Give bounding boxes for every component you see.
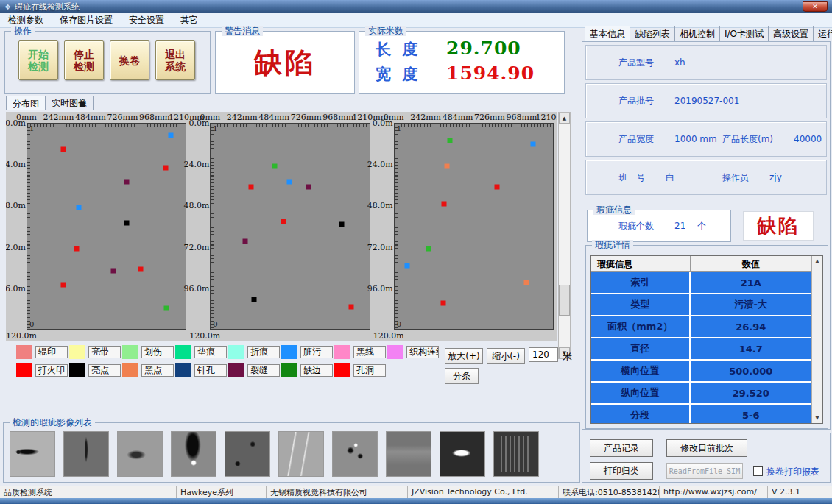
legend-swatch xyxy=(387,345,403,359)
data-point xyxy=(138,266,143,271)
table-row[interactable]: 类型污渍-大 xyxy=(591,294,811,315)
scrollbar-thumb[interactable] xyxy=(559,285,570,316)
print-class-button[interactable]: 打印归类 xyxy=(590,462,653,480)
tab-缺陷列表[interactable]: 缺陷列表 xyxy=(630,26,675,42)
legend-swatch xyxy=(122,345,138,359)
x-tick-label: 726mm xyxy=(291,113,322,122)
defect-field-name: 索引 xyxy=(591,272,691,293)
table-row[interactable]: 分段5-6 xyxy=(591,405,811,423)
defect-detail-table: 瑕疵信息 数值 索引21A类型污渍-大面积（mm2）26.94直径14.7横向位… xyxy=(590,255,823,424)
legend-item: 织构连线 xyxy=(387,345,440,359)
field-value: 20190527-001 xyxy=(674,96,739,106)
meters-input[interactable] xyxy=(529,347,558,362)
table-scroll-up-icon[interactable]: ▲ xyxy=(815,256,819,266)
legend-label: 打火印 xyxy=(35,364,68,377)
defect-thumbnail[interactable] xyxy=(63,431,109,477)
tab-高级设置[interactable]: 高级设置 xyxy=(769,26,814,42)
menu-item[interactable]: 其它 xyxy=(172,13,206,27)
defect-field-value: 5-6 xyxy=(691,405,811,423)
status-segment: V 2.3.1 xyxy=(768,486,832,498)
product-info-cell: 产品批号20190527-001 xyxy=(618,95,826,107)
defect-thumbnail[interactable] xyxy=(278,431,324,477)
op-button-label: 系统 xyxy=(165,60,186,72)
legend-item: 打火印 xyxy=(16,363,69,377)
scatter-plot-2[interactable]: 10 xyxy=(210,123,370,330)
defect-thumbnail[interactable] xyxy=(225,431,270,477)
scatter-plot-1[interactable]: 10 xyxy=(27,123,186,330)
plots-scrollbar[interactable]: ▲ ▼ xyxy=(558,112,571,359)
plot-panel-1: 0mm242mm484mm726mm968mm1210mm0.0m24.0m48… xyxy=(6,112,189,341)
legend-item: 辊印 xyxy=(16,345,69,359)
legend-swatch xyxy=(69,363,85,377)
product-info-cell: 产品宽度1000 mm xyxy=(618,133,722,146)
modify-batch-button[interactable]: 修改目前批次 xyxy=(666,439,747,457)
op-button-label: 停止 xyxy=(74,49,94,60)
status-segment: Hawkeye系列 xyxy=(177,486,267,498)
defect-thumbnail[interactable] xyxy=(117,431,163,477)
legend-swatch xyxy=(175,363,191,377)
defect-field-name: 横向位置 xyxy=(591,361,691,381)
close-button[interactable]: ✕ xyxy=(803,1,828,12)
defect-thumbnail[interactable] xyxy=(10,431,55,477)
y-tick-label: 0.0m xyxy=(188,118,209,128)
defect-thumbnail[interactable] xyxy=(386,431,431,477)
menu-item[interactable]: 保存图片设置 xyxy=(52,13,121,27)
data-point xyxy=(61,282,66,287)
defect-count-label: 瑕疵个数 xyxy=(618,220,654,233)
data-point xyxy=(243,239,248,244)
defect-thumbnail[interactable] xyxy=(332,431,378,477)
read-from-file-button[interactable]: ReadFromFile-SIM xyxy=(666,463,743,479)
op-button-change-roll[interactable]: 换卷 xyxy=(110,40,149,80)
zoom-in-button[interactable]: 放大(+) xyxy=(445,348,483,364)
defect-thumbnail[interactable] xyxy=(171,431,216,477)
tab-分布图[interactable]: 分布图 xyxy=(6,96,46,110)
table-row[interactable]: 横向位置500.000 xyxy=(591,361,811,381)
plots-row: 0mm242mm484mm726mm968mm1210mm0.0m24.0m48… xyxy=(6,112,557,341)
data-point xyxy=(286,180,292,185)
op-button-stop[interactable]: 停止检测 xyxy=(64,40,104,80)
legend-label: 黑点 xyxy=(141,364,174,377)
menu-item[interactable]: 安全设置 xyxy=(121,13,172,27)
table-row[interactable]: 索引21A xyxy=(591,272,811,293)
tab-相机控制[interactable]: 相机控制 xyxy=(675,26,720,42)
legend-label: 缺边 xyxy=(300,364,333,377)
scrollbar-track[interactable] xyxy=(559,124,570,347)
right-panel: 产品型号xh产品批号20190527-001产品宽度1000 mm产品长度(m)… xyxy=(582,41,831,430)
op-button-exit[interactable]: 退出系统 xyxy=(155,40,195,80)
tab-实时图像[interactable]: 实时图像 xyxy=(46,96,94,110)
app-icon: ❖ xyxy=(4,3,11,11)
legend-swatch xyxy=(16,345,32,359)
table-scrollbar[interactable]: ▲ ▼ xyxy=(811,256,822,423)
product-record-button[interactable]: 产品记录 xyxy=(590,439,653,457)
window-title: 瑕疵在线检测系统 xyxy=(15,1,803,13)
legend-label: 针孔 xyxy=(194,364,227,377)
defect-thumbnail[interactable] xyxy=(493,431,539,477)
operation-buttons: 开始检测停止检测换卷退出系统 xyxy=(5,32,210,80)
split-button[interactable]: 分条 xyxy=(445,368,479,384)
op-button-start[interactable]: 开始检测 xyxy=(18,40,58,80)
legend-label: 黑线 xyxy=(353,346,386,358)
y-bottom-label: 120.0m xyxy=(189,330,370,341)
legend-item: 脏污 xyxy=(281,345,334,359)
scroll-up-button[interactable]: ▲ xyxy=(559,113,570,124)
data-point xyxy=(339,222,344,227)
tab-I/O卡测试[interactable]: I/O卡测试 xyxy=(720,26,769,42)
table-row[interactable]: 面积（mm2）26.94 xyxy=(591,316,811,337)
zoom-out-button[interactable]: 缩小(-) xyxy=(487,348,525,364)
legend: 辊印亮带划伤垫痕折痕脏污黑线织构连线打火印亮点黑点针孔裂缝缺边孔洞 xyxy=(16,345,442,382)
legend-item: 划伤 xyxy=(122,345,175,359)
scatter-plot-3[interactable]: 10 xyxy=(394,123,554,330)
table-row[interactable]: 纵向位置29.520 xyxy=(591,383,811,403)
print-report-checkbox[interactable] xyxy=(753,466,763,476)
data-point xyxy=(248,185,253,190)
table-row[interactable]: 直径14.7 xyxy=(591,338,811,359)
field-label: 产品长度(m) xyxy=(722,133,773,146)
legend-swatch xyxy=(334,345,350,359)
legend-swatch xyxy=(175,345,191,359)
table-scroll-down-icon[interactable]: ▼ xyxy=(815,413,819,423)
tab-运行状态信息[interactable]: 运行状态信息 xyxy=(814,26,832,42)
status-segment: 品质检测系统 xyxy=(0,486,177,498)
data-point xyxy=(74,246,79,251)
defect-thumbnail[interactable] xyxy=(440,431,485,477)
tab-基本信息[interactable]: 基本信息 xyxy=(585,26,630,42)
